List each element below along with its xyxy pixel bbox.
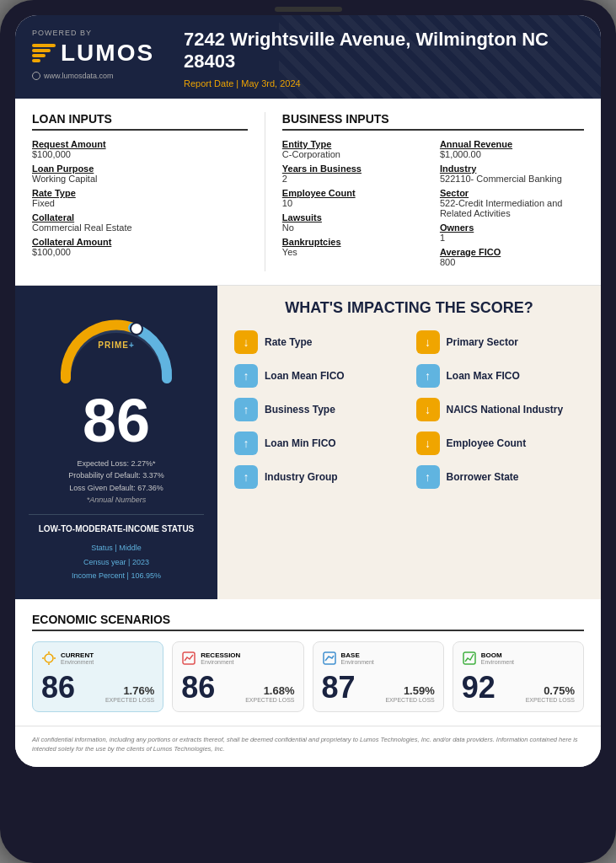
input-label: Request Amount: [32, 139, 248, 149]
scenario-loss-label: EXPECTED LOSS: [245, 697, 294, 703]
address-title: 7242 Wrightsville Avenue, Wilmington NC …: [184, 29, 584, 73]
scenario-body: 86 1.68% EXPECTED LOSS: [181, 673, 294, 703]
score-number: 86: [83, 390, 150, 451]
scenario-label: BASE: [341, 651, 374, 660]
input-value: 10: [282, 198, 426, 208]
address-section: 7242 Wrightsville Avenue, Wilmington NC …: [184, 29, 584, 88]
scenario-icon-base: [322, 651, 337, 666]
arrow-up-icon: ↑: [416, 465, 440, 489]
scenario-header: BASE Environment: [322, 651, 435, 666]
arrow-up-icon: ↑: [234, 364, 258, 388]
input-value: $1,000.00: [440, 149, 584, 159]
scenario-score: 86: [41, 673, 75, 703]
scenario-loss: 1.59% EXPECTED LOSS: [385, 684, 434, 703]
impact-label: Industry Group: [265, 471, 338, 483]
scenario-icon-boom: [462, 651, 477, 666]
input-label: Average FICO: [440, 247, 584, 257]
biz-input-row: Sector522-Credit Intermediation and Rela…: [440, 188, 584, 218]
scenario-label: BOOM: [481, 651, 514, 660]
biz-input-row: Average FICO800: [440, 247, 584, 267]
loan-fields: Request Amount$100,000Loan PurposeWorkin…: [32, 139, 248, 257]
impact-label: NAICS National Industry: [447, 404, 564, 415]
impact-label: Borrower State: [447, 471, 519, 483]
impact-label: Rate Type: [265, 336, 312, 348]
scenario-card-base: BASE Environment 87 1.59% EXPECTED LOSS: [313, 641, 444, 712]
impact-item: ↑ Business Type: [234, 398, 403, 421]
input-value: 800: [440, 257, 584, 267]
scenario-loss: 0.75% EXPECTED LOSS: [526, 684, 575, 703]
input-value: 522110- Commercial Banking: [440, 174, 584, 184]
scenario-label: CURRENT: [61, 651, 94, 660]
biz-input-row: LawsuitsNo: [282, 212, 426, 233]
input-value: 522-Credit Intermediation and Related Ac…: [440, 198, 584, 218]
arrow-up-icon: ↑: [234, 432, 258, 455]
scenarios-grid: CURRENT Environment 86 1.76% EXPECTED LO…: [32, 641, 584, 712]
lmi-title: LOW-TO-MODERATE-INCOME STATUS: [39, 523, 195, 534]
biz-input-row: Entity TypeC-Corporation: [282, 139, 426, 159]
impact-title: WHAT'S IMPACTING THE SCORE?: [234, 299, 584, 317]
score-left: PRIME+ 86 Expected Loss: 2.27%* Probabil…: [15, 286, 217, 599]
input-label: Years in Business: [282, 163, 426, 174]
scenario-env: Environment: [201, 659, 240, 665]
input-value: 1: [440, 233, 584, 243]
arrow-up-icon: ↑: [234, 465, 258, 489]
impact-label: Business Type: [265, 404, 335, 415]
loan-input-row: CollateralCommercial Real Estate: [32, 212, 248, 233]
scenario-header: BOOM Environment: [462, 651, 575, 666]
scenario-loss-value: 1.59%: [385, 684, 434, 697]
arrow-down-icon: ↓: [416, 398, 440, 421]
biz-input-row: Years in Business2: [282, 163, 426, 184]
arrow-down-icon: ↓: [234, 330, 258, 354]
footer: All confidential information, including …: [15, 726, 601, 768]
input-value: Fixed: [32, 198, 248, 208]
scenario-header: CURRENT Environment: [41, 651, 154, 666]
impact-label: Employee Count: [447, 437, 527, 449]
input-value: $100,000: [32, 247, 248, 257]
svg-point-1: [45, 654, 53, 662]
arrow-up-icon: ↑: [416, 364, 440, 388]
scenario-env: Environment: [341, 659, 374, 665]
input-label: Rate Type: [32, 188, 248, 198]
loan-input-row: Request Amount$100,000: [32, 139, 248, 159]
scenario-loss: 1.76% EXPECTED LOSS: [105, 684, 154, 703]
input-value: Working Capital: [32, 174, 248, 184]
impact-item: ↓ Rate Type: [234, 330, 403, 354]
input-value: Commercial Real Estate: [32, 222, 248, 233]
impact-item: ↑ Loan Min FICO: [234, 432, 403, 455]
inputs-section: LOAN INPUTS Request Amount$100,000Loan P…: [15, 99, 601, 286]
impact-item: ↑ Borrower State: [416, 465, 585, 489]
logo-section: POWERED BY LUMOS www.lumosdata.com: [32, 29, 167, 80]
prime-label: PRIME+: [98, 340, 135, 349]
report-date: Report Date | May 3rd, 2024: [184, 78, 584, 88]
scenario-loss: 1.68% EXPECTED LOSS: [245, 684, 294, 703]
scenario-loss-label: EXPECTED LOSS: [385, 697, 434, 703]
input-label: Owners: [440, 222, 584, 233]
scenario-loss-label: EXPECTED LOSS: [105, 697, 154, 703]
logo-icon: [32, 44, 56, 62]
biz-right-fields: Annual Revenue$1,000.00Industry522110- C…: [440, 139, 584, 271]
input-label: Lawsuits: [282, 212, 426, 222]
impact-label: Primary Sector: [447, 336, 518, 348]
score-section: PRIME+ 86 Expected Loss: 2.27%* Probabil…: [15, 286, 601, 599]
svg-rect-7: [324, 652, 335, 664]
loan-input-row: Collateral Amount$100,000: [32, 237, 248, 257]
score-stats: Expected Loss: 2.27%* Probability of Def…: [68, 458, 164, 507]
scenario-score: 87: [322, 673, 356, 703]
scenario-loss-value: 1.68%: [245, 684, 294, 697]
scenario-loss-value: 1.76%: [105, 684, 154, 697]
website-link: www.lumosdata.com: [32, 72, 167, 80]
scenario-icon-recession: [181, 651, 196, 666]
economic-title: ECONOMIC SCENARIOS: [32, 613, 584, 631]
powered-by-text: POWERED BY: [32, 29, 167, 37]
input-label: Annual Revenue: [440, 139, 584, 149]
scenario-score: 92: [462, 673, 495, 703]
impact-label: Loan Max FICO: [447, 370, 520, 382]
lmi-stats: Status | Middle Census year | 2023 Incom…: [72, 541, 161, 582]
input-label: Sector: [440, 188, 584, 198]
biz-input-row: Employee Count10: [282, 188, 426, 208]
scenario-body: 86 1.76% EXPECTED LOSS: [41, 673, 154, 703]
score-divider: [29, 514, 204, 515]
impact-grid: ↓ Rate Type ↓ Primary Sector ↑ Loan Mean…: [234, 330, 584, 489]
input-label: Collateral Amount: [32, 237, 248, 247]
business-inputs: BUSINESS INPUTS Entity TypeC-Corporation…: [282, 112, 584, 271]
